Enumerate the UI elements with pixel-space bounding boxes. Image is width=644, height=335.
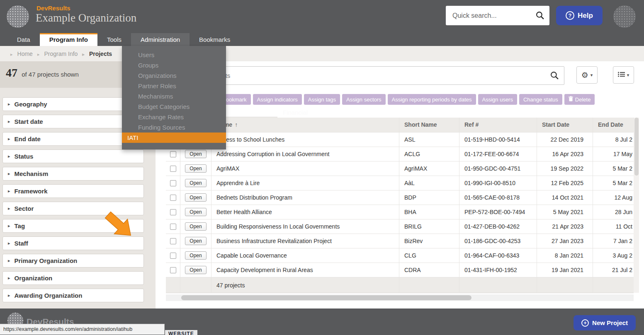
admin-menu-item[interactable]: Users bbox=[122, 50, 226, 60]
filter-group[interactable]: ▸ Organization bbox=[2, 271, 144, 285]
bulk-action-button[interactable]: Assign users bbox=[478, 94, 517, 105]
ref-cell: 01-186-GDC-00-4253 bbox=[459, 234, 537, 248]
admin-menu-item[interactable]: Funding Sources bbox=[122, 122, 226, 133]
horizontal-scrollbar-thumb[interactable] bbox=[181, 295, 471, 300]
footer-empty-cell bbox=[537, 277, 593, 293]
filter-label: Sector bbox=[15, 205, 34, 212]
open-button[interactable]: Open bbox=[185, 179, 206, 187]
filter-group[interactable]: ▸ Framework bbox=[2, 184, 144, 198]
start-date-cell: 19 Jan 2021 bbox=[537, 263, 593, 277]
bulk-action-button[interactable]: Assign indicators bbox=[253, 94, 302, 105]
bulk-actions-toolbar: Bookmark Assign indicators Assign tags A… bbox=[218, 94, 595, 105]
ref-cell: 01-519-HBD-00-5414 bbox=[459, 133, 537, 147]
bulk-action-button[interactable]: Assign tags bbox=[304, 94, 340, 105]
search-icon[interactable] bbox=[536, 11, 544, 22]
bulk-action-button[interactable]: Assign sectors bbox=[342, 94, 386, 105]
open-button[interactable]: Open bbox=[185, 193, 206, 202]
filter-group[interactable]: ▸ Awarding Organization bbox=[2, 289, 144, 302]
end-date-column-header[interactable]: End Date bbox=[593, 117, 634, 133]
open-button[interactable]: Open bbox=[185, 237, 206, 245]
row-checkbox[interactable] bbox=[170, 253, 176, 259]
open-button[interactable]: Open bbox=[185, 208, 206, 216]
table-footer-row: 47 projects bbox=[166, 277, 634, 293]
view-options-button[interactable]: ▾ bbox=[613, 66, 634, 84]
ref-cell: 01-565-CAE-00-8178 bbox=[459, 190, 537, 205]
short-name-cell: AgriMAX bbox=[399, 161, 459, 176]
help-button[interactable]: ? Help bbox=[556, 6, 603, 25]
row-checkbox[interactable] bbox=[170, 195, 176, 201]
nav-tab-label: Tools bbox=[107, 36, 122, 43]
row-open-cell: Open bbox=[180, 176, 211, 190]
start-date-column-header[interactable]: Start Date bbox=[537, 117, 593, 133]
main-nav: Data Program Info Tools Administration B… bbox=[0, 33, 644, 46]
app-header: DevResults Example Organization ? Help bbox=[0, 0, 644, 33]
organization-name: Example Organization bbox=[36, 12, 136, 24]
bulk-action-button[interactable]: Assign reporting periods by dates bbox=[388, 94, 476, 105]
table-body: Open Access to School Lunches ASL 01-519… bbox=[166, 133, 634, 277]
row-checkbox[interactable] bbox=[170, 209, 176, 215]
short-name-cell: BHA bbox=[399, 205, 459, 219]
chevron-right-icon: ▸ bbox=[8, 188, 10, 194]
filter-label: Start date bbox=[15, 118, 43, 125]
ref-cell: 01-172-FEE-00-6674 bbox=[459, 147, 537, 161]
start-date-cell: 21 Apr 2023 bbox=[537, 219, 593, 234]
chevron-right-icon: ▸ bbox=[8, 258, 10, 263]
project-name-cell: Building Responsiveness In Local Governm… bbox=[211, 219, 399, 234]
vertical-scrollbar-thumb[interactable] bbox=[634, 118, 639, 176]
row-checkbox[interactable] bbox=[170, 238, 176, 244]
filter-group[interactable]: ▸ Tag bbox=[2, 219, 144, 233]
admin-menu-item[interactable]: Exchange Rates bbox=[122, 112, 226, 122]
open-button[interactable]: Open bbox=[185, 222, 206, 231]
quick-search-input[interactable] bbox=[446, 6, 549, 25]
name-column-header[interactable]: Name ↑ bbox=[211, 117, 399, 133]
nav-tab[interactable]: Data bbox=[7, 33, 40, 46]
admin-menu-item[interactable]: Financial bbox=[277, 107, 644, 118]
filter-group[interactable]: ▸ Staff bbox=[2, 236, 144, 250]
footer-links-partial[interactable]: WEBSITE bbox=[165, 330, 197, 335]
admin-menu-item[interactable]: Organizations bbox=[122, 70, 226, 81]
open-button[interactable]: Open bbox=[185, 251, 206, 260]
ref-column-header[interactable]: Ref # bbox=[459, 117, 537, 133]
nav-tab[interactable]: Program Info bbox=[40, 33, 97, 46]
open-button[interactable]: Open bbox=[185, 164, 206, 173]
filter-group[interactable]: ▸ Status bbox=[2, 149, 144, 163]
row-checkbox[interactable] bbox=[170, 151, 176, 157]
breadcrumb-item[interactable]: Home bbox=[6, 51, 33, 57]
filter-group[interactable]: ▸ Sector bbox=[2, 202, 144, 215]
ref-cell: 01-431-IFH-00-1952 bbox=[459, 263, 537, 277]
row-checkbox[interactable] bbox=[170, 267, 176, 273]
short-name-column-header[interactable]: Short Name bbox=[399, 117, 459, 133]
ref-cell: 01-964-CAF-00-6343 bbox=[459, 248, 537, 263]
admin-menu-item[interactable]: Groups bbox=[122, 60, 226, 70]
search-icon[interactable] bbox=[550, 71, 559, 82]
nav-tab[interactable]: Tools bbox=[97, 33, 131, 46]
nav-tab[interactable]: Administration bbox=[131, 33, 190, 46]
row-open-cell: Open bbox=[180, 161, 211, 176]
status-url-bar: https://example.devresults.com/en/admini… bbox=[0, 324, 165, 335]
row-checkbox[interactable] bbox=[170, 166, 176, 172]
admin-menu-item[interactable]: IATI bbox=[122, 133, 226, 143]
devresults-logo-icon[interactable] bbox=[7, 5, 29, 28]
row-checkbox[interactable] bbox=[170, 224, 176, 230]
project-search-input[interactable] bbox=[175, 67, 564, 84]
chevron-down-icon: ▾ bbox=[591, 72, 593, 78]
delete-button[interactable]: Delete bbox=[564, 94, 595, 105]
nav-tab[interactable]: Bookmarks bbox=[190, 33, 240, 46]
filter-label: Framework bbox=[15, 188, 48, 195]
filter-group[interactable]: ▸ Mechanism bbox=[2, 167, 144, 181]
breadcrumb-item[interactable]: Program Info bbox=[33, 51, 78, 57]
settings-dropdown-button[interactable]: ⚙ ▾ bbox=[576, 66, 598, 84]
open-button[interactable]: Open bbox=[185, 150, 206, 158]
bulk-action-button[interactable]: Change status bbox=[519, 94, 562, 105]
open-button[interactable]: Open bbox=[185, 266, 206, 274]
row-select-cell bbox=[166, 176, 180, 190]
admin-menu-item[interactable]: Mechanisms bbox=[122, 91, 226, 101]
ref-cell: 01-990-IGI-00-8510 bbox=[459, 176, 537, 190]
table-row: Open Apprendre à Lire AàL 01-990-IGI-00-… bbox=[166, 176, 634, 190]
admin-menu-item[interactable]: Budget Categories bbox=[122, 101, 226, 112]
new-project-button[interactable]: + New Project bbox=[574, 315, 636, 330]
row-checkbox[interactable] bbox=[170, 180, 176, 186]
breadcrumb-item[interactable]: Projects bbox=[78, 51, 112, 57]
admin-menu-item[interactable]: Partner Roles bbox=[122, 81, 226, 91]
filter-group[interactable]: ▸ Primary Organization bbox=[2, 254, 144, 268]
